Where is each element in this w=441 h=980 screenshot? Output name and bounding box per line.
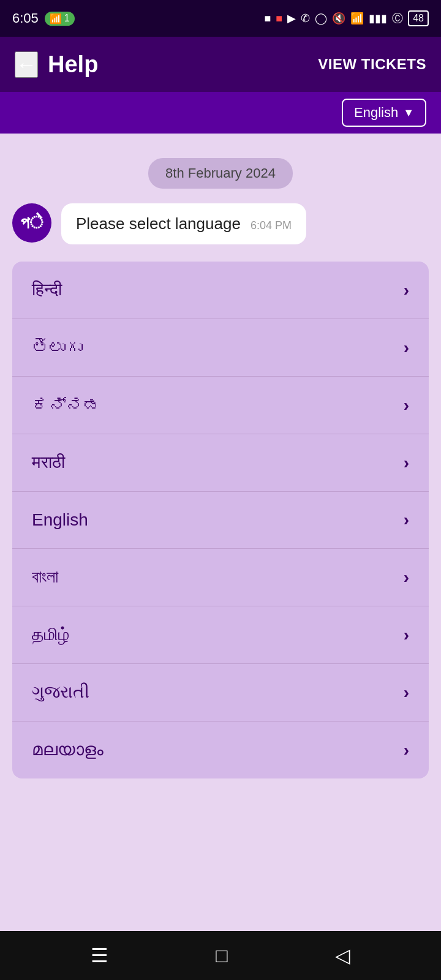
language-item[interactable]: मराठी› <box>12 434 429 492</box>
status-left: 6:05 📶 1 <box>12 10 75 26</box>
language-item[interactable]: ગુજરાતી› <box>12 664 429 722</box>
menu-nav-icon[interactable]: ☰ <box>91 944 108 967</box>
chevron-right-icon: › <box>404 281 409 300</box>
language-name: മലയാളം <box>32 740 104 760</box>
page-title: Help <box>48 51 98 78</box>
language-name: हिन्दी <box>32 280 62 300</box>
screenshot-icon: ■ <box>264 12 271 25</box>
mute-icon: 🔇 <box>332 12 345 25</box>
language-item[interactable]: മലയാളം› <box>12 722 429 778</box>
chevron-right-icon: › <box>404 396 409 415</box>
header-left: ← Help <box>15 51 98 78</box>
language-name: বাংলা <box>32 567 58 587</box>
dollar-icon: Ⓒ <box>392 11 403 26</box>
date-bubble: 8th February 2024 <box>148 158 293 189</box>
language-item[interactable]: English› <box>12 492 429 549</box>
record-icon: ■ <box>276 12 282 25</box>
language-dropdown[interactable]: English ▼ <box>342 99 426 127</box>
bot-avatar: পे <box>12 203 51 243</box>
language-name: English <box>32 510 88 530</box>
message-text: Please select language <box>76 214 241 233</box>
chevron-right-icon: › <box>404 510 409 530</box>
language-bar: English ▼ <box>0 92 441 134</box>
language-item[interactable]: বাংলা› <box>12 549 429 606</box>
chevron-right-icon: › <box>404 625 409 645</box>
language-list: हिन्दी›తెలుగు›ಕನ್ನಡ›मराठी›English›বাংলা›… <box>12 262 429 778</box>
chat-area: 8th February 2024 পे Please select langu… <box>0 134 441 931</box>
selected-language-label: English <box>354 105 398 121</box>
language-name: ગુજરાતી <box>32 682 89 703</box>
wifi-icon: 📶 <box>50 13 62 24</box>
message-bubble: Please select language 6:04 PM <box>61 203 306 244</box>
bottom-nav: ☰ □ ◁ <box>0 931 441 980</box>
home-nav-icon[interactable]: □ <box>216 944 227 967</box>
message-row: পे Please select language 6:04 PM <box>12 203 429 244</box>
dropdown-arrow-icon: ▼ <box>403 107 414 119</box>
back-nav-icon[interactable]: ◁ <box>335 944 350 967</box>
youtube-icon: ▶ <box>287 12 296 25</box>
chevron-right-icon: › <box>404 338 409 358</box>
language-name: తెలుగు <box>32 337 83 358</box>
wifi-badge: 📶 1 <box>45 12 75 26</box>
phone-icon: ✆ <box>301 12 310 25</box>
back-button[interactable]: ← <box>15 51 38 78</box>
language-name: தமிழ் <box>32 625 69 645</box>
instagram-icon: ◯ <box>315 12 327 25</box>
language-item[interactable]: ಕನ್ನಡ› <box>12 377 429 434</box>
message-time: 6:04 PM <box>251 219 292 232</box>
signal-bars: ▮▮▮ <box>369 12 387 25</box>
battery-display: 48 <box>408 10 429 26</box>
status-right: ■ ■ ▶ ✆ ◯ 🔇 📶 ▮▮▮ Ⓒ 48 <box>264 10 429 26</box>
language-name: मराठी <box>32 453 65 473</box>
signal-icon: 📶 <box>350 12 364 25</box>
chevron-right-icon: › <box>404 453 409 473</box>
sim-count: 1 <box>64 13 70 24</box>
status-bar: 6:05 📶 1 ■ ■ ▶ ✆ ◯ 🔇 📶 ▮▮▮ Ⓒ 48 <box>0 0 441 37</box>
language-item[interactable]: తెలుగు› <box>12 319 429 377</box>
time-display: 6:05 <box>12 10 39 26</box>
language-name: ಕನ್ನಡ <box>32 395 100 415</box>
chevron-right-icon: › <box>404 568 409 587</box>
chevron-right-icon: › <box>404 683 409 703</box>
view-tickets-button[interactable]: VIEW TICKETS <box>318 56 426 73</box>
language-item[interactable]: தமிழ்› <box>12 606 429 664</box>
language-item[interactable]: हिन्दी› <box>12 262 429 319</box>
chevron-right-icon: › <box>404 741 409 760</box>
app-header: ← Help VIEW TICKETS <box>0 37 441 92</box>
bot-avatar-text: পे <box>21 213 43 233</box>
